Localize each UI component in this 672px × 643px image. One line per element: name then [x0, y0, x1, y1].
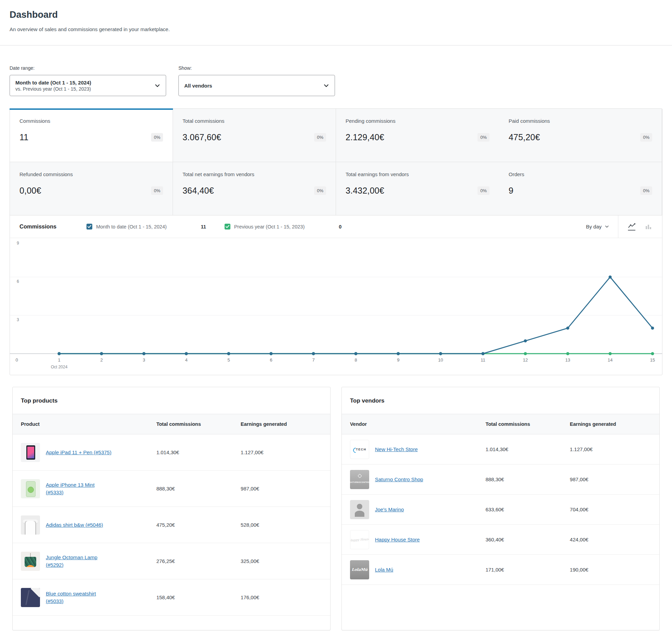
vendor-select[interactable]: All vendors [178, 75, 335, 96]
product-link[interactable]: Adidas shirt b&w (#5046) [46, 521, 103, 529]
vendor-logo: Happy House [350, 530, 369, 549]
page-subtitle: An overview of sales and commissions gen… [10, 26, 662, 45]
svg-text:9: 9 [17, 241, 19, 245]
earnings-generated-value: 987,00€ [570, 476, 651, 482]
total-commissions-value: 171,00€ [485, 567, 570, 572]
commissions-chart: 9630123456789101112131415Oct 2024 [10, 238, 662, 375]
stat-tile-label: Commissions [20, 118, 163, 124]
bar-chart-toggle-button[interactable] [645, 224, 652, 230]
earnings-generated-value: 987,00€ [241, 486, 322, 492]
vendor-link[interactable]: Lola Mú [375, 566, 393, 573]
total-commissions-value: 888,30€ [156, 486, 241, 492]
chart-title: Commissions [20, 223, 57, 230]
column-header: Earnings generated [570, 421, 651, 427]
product-thumbnail [21, 588, 40, 607]
stat-tile-1[interactable]: Total commissions 3.067,60€ 0% [173, 109, 336, 162]
vendor-logo-text: LolaMú [352, 567, 368, 572]
series-toggle-label: Month to date (Oct 1 - 15, 2024) [96, 224, 166, 230]
series-toggle-0: Month to date (Oct 1 - 15, 2024) 11 [86, 224, 206, 230]
total-commissions-value: 360,40€ [485, 537, 570, 543]
table-row: Joe's Marino 633,60€ 704,00€ [342, 495, 659, 525]
top-vendors-rows: TECH New Hi-Tech Store 1.014,30€ 1.127,0… [342, 434, 659, 585]
date-range-label: Date range: [10, 65, 166, 71]
stat-tile-value: 2.129,40€ [346, 132, 384, 142]
stat-tile-change-badge: 0% [151, 133, 163, 142]
stats-and-chart-panel: Commissions 11 0% Total commissions 3.06… [10, 108, 662, 375]
svg-text:9: 9 [397, 357, 399, 363]
earnings-generated-value: 190,00€ [570, 567, 651, 572]
line-chart-icon [628, 223, 635, 229]
svg-text:3: 3 [142, 357, 145, 363]
table-row: Apple iPad 11 + Pen (#5375) 1.014,30€ 1.… [13, 434, 330, 471]
stat-tile-change-badge: 0% [477, 133, 489, 142]
top-products-header-row: Product Total commissions Earnings gener… [13, 414, 330, 434]
interval-select[interactable]: By day [586, 224, 618, 230]
stat-tile-change-badge: 0% [151, 186, 163, 195]
vendor-logo: SATURNOCONTRO [350, 470, 369, 489]
table-row: Adidas shirt b&w (#5046) 475,20€ 528,00€ [13, 507, 330, 543]
vendor-link[interactable]: Happy House Store [375, 536, 420, 544]
product-link[interactable]: Jungle Octoman Lamp (#5292) [46, 554, 113, 569]
stat-tile-value: 9 [509, 186, 513, 196]
series-checkbox-1[interactable] [225, 224, 231, 230]
vendor-link[interactable]: New Hi-Tech Store [375, 446, 418, 453]
vendor-logo [350, 500, 369, 519]
table-row: Blue cotton sweatshirt (#5033) 158,40€ 1… [13, 579, 330, 616]
stat-tile-change-badge: 0% [640, 133, 652, 142]
earnings-generated-value: 1.127,00€ [241, 449, 322, 455]
top-products-title: Top products [13, 387, 330, 414]
table-row: Happy House Happy House Store 360,40€ 42… [342, 525, 659, 555]
date-range-value: Month to date (Oct 1 - 15, 2024) [15, 80, 91, 86]
vendor-logo-text: TECH [356, 448, 366, 451]
stat-tile-3[interactable]: Paid commissions 475,20€ 0% [499, 109, 662, 162]
svg-text:7: 7 [312, 357, 314, 363]
svg-text:11: 11 [481, 357, 485, 363]
series-checkbox-0[interactable] [86, 224, 92, 230]
product-link[interactable]: Apple iPhone 13 Mint (#5333) [46, 481, 113, 496]
product-link[interactable]: Apple iPad 11 + Pen (#5375) [46, 449, 111, 456]
vendor-link[interactable]: Saturno Contro Shop [375, 476, 423, 483]
stat-tile-value: 11 [20, 132, 28, 142]
interval-label: By day [586, 224, 601, 230]
stat-tile-label: Paid commissions [509, 118, 652, 124]
vendor-link[interactable]: Joe's Marino [375, 506, 404, 513]
stat-tile-label: Orders [509, 171, 652, 177]
column-header: Vendor [350, 421, 485, 427]
svg-text:6: 6 [17, 279, 19, 284]
svg-text:3: 3 [17, 317, 19, 322]
show-label: Show: [178, 65, 335, 71]
line-chart-toggle-button[interactable] [628, 223, 635, 231]
date-range-select[interactable]: Month to date (Oct 1 - 15, 2024) vs. Pre… [10, 75, 166, 96]
stat-tile-change-badge: 0% [314, 186, 326, 195]
stat-tile-label: Total earnings from vendors [346, 171, 489, 177]
svg-text:15: 15 [650, 357, 655, 363]
earnings-generated-value: 424,00€ [570, 537, 651, 543]
stat-tile-0[interactable]: Commissions 11 0% [10, 109, 173, 162]
stat-tiles: Commissions 11 0% Total commissions 3.06… [10, 109, 662, 216]
table-row: TECH New Hi-Tech Store 1.014,30€ 1.127,0… [342, 434, 659, 464]
svg-text:6: 6 [270, 357, 272, 363]
total-commissions-value: 475,20€ [156, 522, 241, 528]
earnings-generated-value: 176,00€ [241, 594, 322, 600]
stat-tile-value: 475,20€ [509, 132, 540, 142]
top-vendors-header-row: Vendor Total commissions Earnings genera… [342, 414, 659, 434]
chart-series-toggles: Month to date (Oct 1 - 15, 2024) 11 Prev… [86, 224, 341, 230]
stat-tile-7[interactable]: Orders 9 0% [499, 162, 662, 216]
stat-tile-2[interactable]: Pending commissions 2.129,40€ 0% [336, 109, 499, 162]
chevron-down-icon [605, 225, 609, 229]
stat-tile-4[interactable]: Refunded commissions 0,00€ 0% [10, 162, 173, 216]
product-link[interactable]: Blue cotton sweatshirt (#5033) [46, 590, 113, 605]
column-header: Total commissions [156, 421, 241, 427]
table-row: LolaMú Lola Mú 171,00€ 190,00€ [342, 555, 659, 585]
active-indicator [628, 230, 635, 231]
stat-tile-6[interactable]: Total earnings from vendors 3.432,00€ 0% [336, 162, 499, 216]
stat-tile-value: 364,40€ [183, 186, 214, 196]
svg-text:5: 5 [227, 357, 230, 363]
stat-tile-5[interactable]: Total net earnings from vendors 364,40€ … [173, 162, 336, 216]
stat-tile-value: 3.432,00€ [346, 186, 384, 196]
stat-tile-change-badge: 0% [314, 133, 326, 142]
svg-text:8: 8 [354, 357, 357, 363]
chevron-down-icon [323, 83, 329, 88]
total-commissions-value: 158,40€ [156, 594, 241, 600]
date-range-filter: Date range: Month to date (Oct 1 - 15, 2… [10, 65, 166, 96]
